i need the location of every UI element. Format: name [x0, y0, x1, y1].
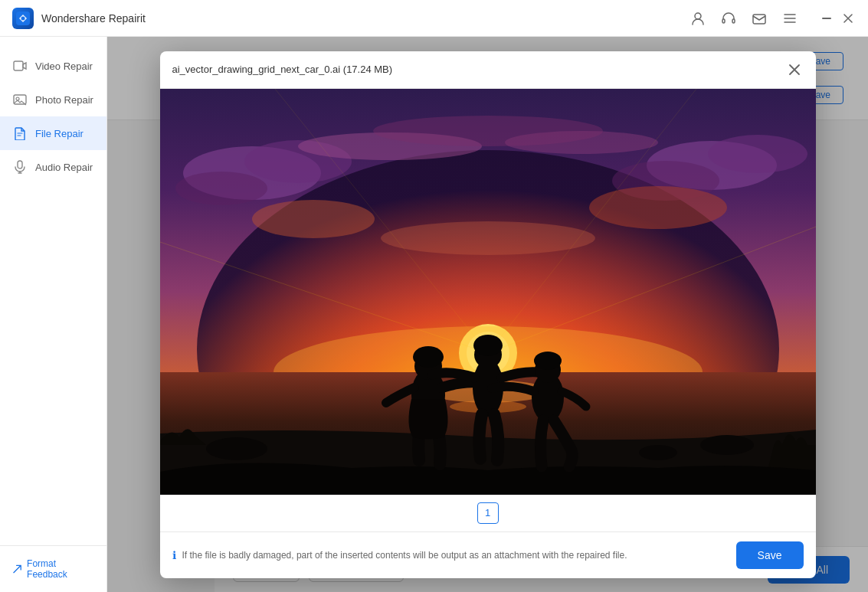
sidebar-item-video-repair[interactable]: Video Repair: [0, 49, 106, 83]
modal-overlay: ai_vector_drawing_grid_next_car_0.ai (17…: [107, 37, 868, 592]
minimize-button[interactable]: [819, 11, 834, 26]
sidebar-bottom: Format Feedback: [0, 545, 106, 592]
title-bar: Wondershare Repairit: [0, 0, 868, 37]
svg-point-1: [21, 16, 25, 20]
modal-save-button[interactable]: Save: [736, 541, 804, 569]
close-button[interactable]: [840, 11, 856, 26]
svg-point-32: [700, 435, 754, 455]
svg-rect-6: [822, 18, 831, 19]
format-feedback-label: Format Feedback: [27, 558, 94, 580]
modal-footer: ℹ If the file is badly damaged, part of …: [160, 531, 816, 578]
sidebar-item-photo-repair[interactable]: Photo Repair: [0, 83, 106, 116]
sidebar-item-file-repair[interactable]: File Repair: [0, 116, 106, 150]
svg-rect-3: [722, 19, 725, 23]
menu-icon[interactable]: [782, 11, 798, 26]
user-icon[interactable]: [690, 11, 706, 26]
page-number-1[interactable]: 1: [477, 502, 499, 524]
svg-point-36: [413, 346, 444, 368]
modal-pagination: 1: [160, 495, 816, 531]
svg-point-24: [252, 200, 375, 238]
svg-rect-4: [732, 19, 735, 23]
svg-point-25: [589, 186, 727, 229]
svg-point-26: [381, 221, 595, 255]
info-icon: ℹ: [172, 549, 176, 561]
modal-close-button[interactable]: [785, 61, 804, 79]
sidebar-label-photo-repair: Photo Repair: [35, 94, 93, 106]
content-area: d26830_lose_La Save _vector_drawing_ Sav…: [107, 37, 868, 592]
svg-point-31: [206, 437, 267, 460]
modal-image-area: [160, 89, 816, 495]
title-bar-right: [690, 11, 856, 26]
file-repair-icon: [12, 126, 28, 141]
svg-point-17: [175, 172, 267, 205]
modal-filename: ai_vector_drawing_grid_next_car_0.ai (17…: [172, 64, 393, 75]
app-title: Wondershare Repairit: [41, 12, 146, 25]
svg-point-33: [639, 445, 677, 460]
svg-rect-10: [18, 161, 22, 168]
svg-rect-5: [753, 15, 765, 24]
modal-notice-text: If the file is badly damaged, part of th…: [182, 550, 627, 561]
svg-point-39: [473, 335, 503, 356]
svg-point-23: [373, 116, 603, 146]
sidebar-label-file-repair: File Repair: [35, 128, 84, 139]
video-repair-icon: [12, 58, 28, 74]
mail-icon[interactable]: [752, 11, 767, 26]
sidebar: Video Repair Photo Repair File Repair: [0, 37, 107, 592]
svg-rect-7: [14, 61, 23, 70]
photo-repair-icon: [12, 92, 28, 107]
main-layout: Video Repair Photo Repair File Repair: [0, 37, 868, 592]
svg-point-2: [695, 13, 701, 19]
app-icon: [12, 8, 34, 29]
modal-notice: ℹ If the file is badly damaged, part of …: [172, 549, 727, 561]
sidebar-label-video-repair: Video Repair: [35, 61, 93, 72]
svg-point-42: [534, 352, 562, 370]
title-bar-left: Wondershare Repairit: [12, 8, 146, 29]
sidebar-label-audio-repair: Audio Repair: [35, 162, 93, 173]
audio-repair-icon: [12, 159, 28, 175]
sidebar-item-audio-repair[interactable]: Audio Repair: [0, 150, 106, 184]
modal-header: ai_vector_drawing_grid_next_car_0.ai (17…: [160, 51, 816, 89]
format-feedback-link[interactable]: Format Feedback: [12, 558, 94, 580]
headset-icon[interactable]: [721, 11, 736, 26]
image-preview-modal: ai_vector_drawing_grid_next_car_0.ai (17…: [160, 51, 816, 578]
window-controls: [819, 11, 856, 26]
svg-point-19: [708, 135, 807, 173]
